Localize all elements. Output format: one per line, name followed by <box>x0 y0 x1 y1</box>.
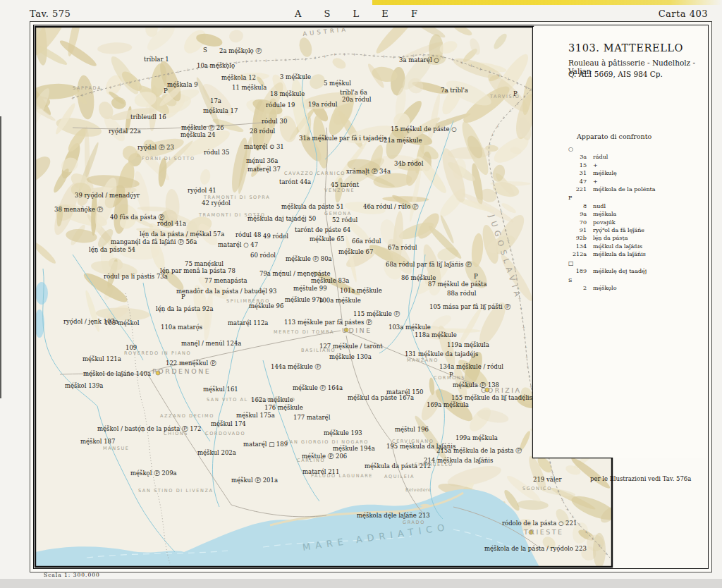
apparato-word: rádul <box>593 154 608 160</box>
map-point-label: P <box>181 294 185 300</box>
apparato-row: 9amę́škala <box>568 210 656 218</box>
svg-text:+: + <box>186 67 190 72</box>
svg-text:+: + <box>491 180 495 185</box>
svg-text:+: + <box>314 55 317 60</box>
svg-text:+: + <box>147 75 151 80</box>
map-point-label: 31a mę́škule par fâ i tajadę́js <box>299 135 386 142</box>
scale-note: Scala 1: 300.000 <box>44 572 100 578</box>
map-point-label: mę́škule 130a <box>329 354 372 360</box>
apparato-word: + <box>593 178 598 185</box>
apparato-point-number: 221 <box>568 185 587 193</box>
apparato-row: 212amę́škula da laʃáñis <box>568 250 656 258</box>
svg-text:+: + <box>235 60 238 65</box>
map-point-label: 79a mę́nul / męnępáste <box>259 271 331 277</box>
svg-text:+: + <box>333 51 336 56</box>
map-point-label: 144a mę́škule Ⓟ <box>271 364 321 370</box>
svg-text:+: + <box>527 374 531 379</box>
map-point-label: ryǫ́dal 22a <box>109 128 141 135</box>
place-label: SPILIMBERGO <box>226 298 270 304</box>
apparato-row: 92blę́ṇ da pásṭa <box>568 234 656 242</box>
map-point-label: mę́škule Ⓟ 164a <box>293 385 343 391</box>
apparato-group-symbol: ○ <box>568 145 656 153</box>
map-point-label: tarónt 44a <box>279 179 311 185</box>
place-label: TRAMONTI DI SOTTO <box>199 212 266 218</box>
map-point-label: mę́škul Ⓟ 201a <box>231 477 278 484</box>
svg-text:+: + <box>496 123 499 128</box>
svg-text:+: + <box>255 58 258 63</box>
apparato-word: povajúk <box>593 219 616 226</box>
map-point-label: 113 mę́škule par fâ pástes Ⓟ <box>284 319 372 326</box>
place-label: MANZANO <box>407 357 439 363</box>
apparato-row: 189mę́škulę dej taadę́j <box>568 267 656 275</box>
apparato-point-number: 15 <box>568 161 587 169</box>
svg-text:+: + <box>323 54 326 59</box>
map-point-label: 87 mę́škul de pášta <box>428 281 487 288</box>
svg-text:+: + <box>509 247 513 252</box>
map-point-label: 68a ródul par fâ liʃ laʃáñis Ⓟ <box>386 262 472 268</box>
map-point-label: 88a ródul <box>447 290 476 297</box>
place-label: VENZONE <box>324 188 355 193</box>
map-point-label: ródul 35 <box>204 149 229 156</box>
svg-text:+: + <box>392 54 396 59</box>
illustrations-note: per le Illustrazioni vedi Tav. 576a <box>590 475 691 482</box>
place-label: MERETO DI TOMBA <box>274 329 334 335</box>
map-point-label: mę́škula 17 <box>203 108 238 114</box>
map-point-label: tarónt de páste 64 <box>295 227 350 233</box>
map-point-label: 38 menañǫ́ke Ⓟ <box>54 207 103 213</box>
map-plate: ++++++++++++++++++++++++++++++++++++++++… <box>30 21 712 572</box>
svg-text:+: + <box>487 151 491 156</box>
apparato-point-number: 70 <box>568 219 587 226</box>
place-label: TRIESTE <box>524 528 564 536</box>
svg-text:+: + <box>109 85 112 90</box>
svg-text:+: + <box>372 53 376 58</box>
svg-text:+: + <box>71 95 74 100</box>
apparato-point-number: 9a <box>568 210 587 218</box>
svg-text:+: + <box>604 551 608 556</box>
map-point-label: matarę́l 112a <box>228 320 268 326</box>
map-point-label: mę́škul da páste 167a <box>348 395 414 401</box>
place-label: SGONICO <box>522 486 552 491</box>
map-point-label: mę́škul 175a <box>236 412 275 419</box>
map-point-label: 177 matarę́l <box>293 415 330 421</box>
svg-text:+: + <box>598 543 601 548</box>
apparato-word: mę́škul da laʃáñis <box>593 243 642 250</box>
map-point-label: 39 ryǫ́dol / menadǫ́yr <box>75 192 140 199</box>
map-point-label: mę́škula 24 <box>180 132 215 138</box>
svg-text:+: + <box>362 52 366 57</box>
place-label: Belvedere <box>405 487 431 493</box>
map-point-label: mę́škula da páste 51 <box>281 204 344 210</box>
apparato-row: 8nudl <box>568 202 656 210</box>
map-point-label: 46a ródul / rúlo Ⓟ <box>363 204 418 210</box>
svg-text:+: + <box>577 522 581 527</box>
svg-text:+: + <box>118 82 122 87</box>
map-point-label: 60 ródol <box>250 252 276 259</box>
svg-text:+: + <box>551 470 554 474</box>
svg-text:+: + <box>488 141 491 146</box>
map-point-label: 15 mę́škul de páste ○ <box>391 126 457 133</box>
map-point-label: 66a ródul <box>352 238 381 245</box>
map-point-label: 21a mę́škule <box>384 137 422 144</box>
svg-text:+: + <box>525 85 528 90</box>
map-point-label: 108 mę́škol <box>104 320 139 326</box>
place-label: PORDENONE <box>152 367 211 375</box>
map-point-label: ródule 19 <box>266 102 295 109</box>
map-point-label: mę́škǫl Ⓟ 209a <box>130 470 177 477</box>
map-point-label: 17a <box>210 98 221 104</box>
map-point-label: mę́škul 161 <box>203 386 238 393</box>
svg-text:+: + <box>506 238 510 243</box>
svg-text:+: + <box>529 87 532 92</box>
map-point-label: mę́škul 174 <box>211 421 246 427</box>
apparato-word: mę́škola de la polénta <box>593 186 656 192</box>
svg-text:+: + <box>519 305 522 310</box>
place-label: GRADO <box>403 520 425 525</box>
apparato-word: mę́škala <box>593 211 616 217</box>
map-point-label: mę́škola de la pásta / ryǫ́dolo 223 <box>484 546 587 552</box>
place-label: TRAMONTI DI SOPRA <box>204 195 270 200</box>
svg-text:+: + <box>304 56 307 61</box>
svg-text:+: + <box>479 66 482 71</box>
svg-text:+: + <box>526 364 530 369</box>
map-point-label: mę́škol 187 <box>80 439 115 445</box>
atlas-title: A S L E F <box>0 8 722 19</box>
apparato-row: 221mę́škola de la polénta <box>568 185 656 193</box>
svg-text:+: + <box>494 190 498 195</box>
